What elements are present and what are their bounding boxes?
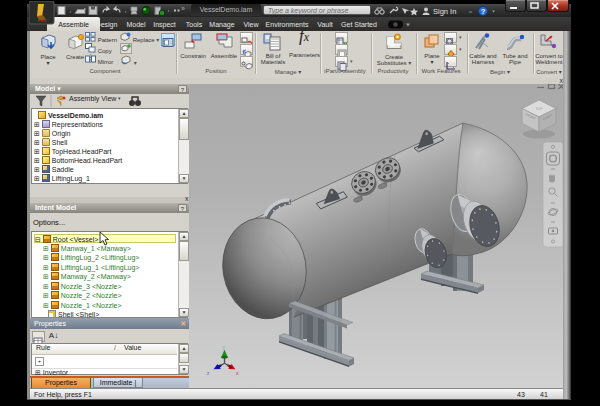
svg-text:Sign In: Sign In	[433, 7, 456, 16]
svg-text:PRO: PRO	[38, 18, 47, 23]
svg-text:?: ?	[481, 7, 486, 16]
svg-text:z: z	[207, 370, 210, 376]
svg-text:y: y	[222, 344, 225, 350]
svg-text:x: x	[236, 370, 239, 376]
svg-text:TOP: TOP	[535, 107, 543, 111]
